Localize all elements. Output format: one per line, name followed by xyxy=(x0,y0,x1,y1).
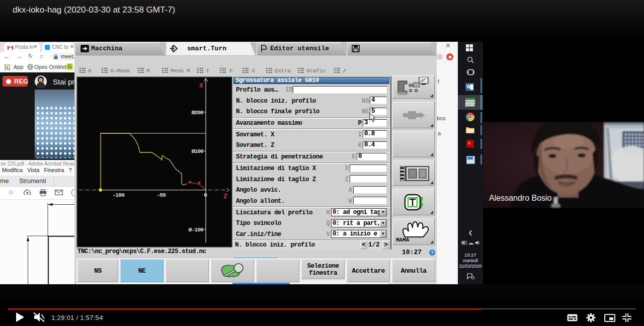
svg-text:X: X xyxy=(199,82,203,90)
svg-text:-100: -100 xyxy=(112,192,125,198)
svg-text:-50: -50 xyxy=(156,192,166,198)
svg-text:Ø-100: Ø-100 xyxy=(188,226,204,233)
svg-text:Ø100: Ø100 xyxy=(191,148,204,154)
svg-text:Z: Z xyxy=(223,193,227,200)
svg-text:Ø200: Ø200 xyxy=(191,109,204,116)
